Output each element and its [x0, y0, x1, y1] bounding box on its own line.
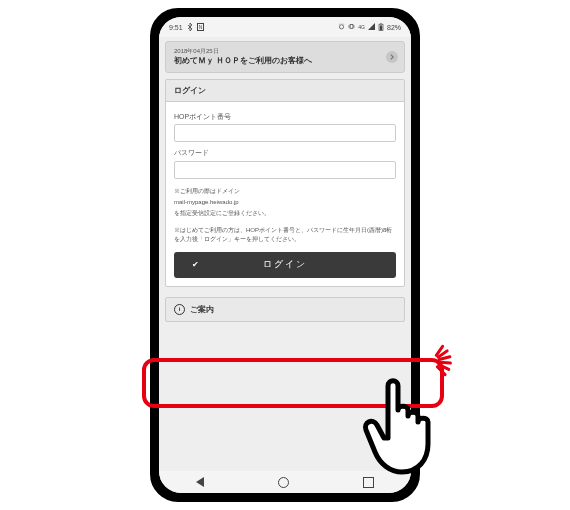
password-label: パスワード [174, 148, 396, 158]
hop-number-input[interactable] [174, 124, 396, 142]
bluetooth-icon [187, 23, 193, 32]
phone-frame: 9:51 N 4G 82% [150, 8, 420, 502]
password-input[interactable] [174, 161, 396, 179]
info-icon: i [174, 304, 185, 315]
vibrate-icon [348, 23, 355, 31]
status-time: 9:51 [169, 24, 183, 31]
first-use-note: ※はじめてご利用の方は、HOPポイント番号と、パスワードに生年月日(西暦)8桁を… [174, 226, 396, 244]
battery-icon [378, 23, 384, 32]
notice-card[interactable]: 2018年04月25日 初めてＭｙ ＨＯＰをご利用のお客様へ [165, 41, 405, 73]
domain-note-1: ※ご利用の際はドメイン [174, 187, 396, 196]
domain-text: mail-mypage.heiwado.jp [174, 198, 396, 207]
svg-rect-1 [350, 24, 353, 28]
chevron-right-icon [386, 51, 398, 63]
check-icon: ✔ [192, 260, 201, 269]
info-title: ご案内 [190, 304, 214, 315]
network-4g-icon: 4G [358, 24, 365, 30]
android-nav-bar [159, 471, 411, 493]
login-button[interactable]: ✔ ログイン [174, 252, 396, 278]
login-header: ログイン [166, 80, 404, 102]
signal-icon [368, 23, 375, 31]
nav-back-button[interactable] [196, 477, 204, 487]
phone-screen: 9:51 N 4G 82% [159, 17, 411, 493]
login-panel: ログイン HOPポイント番号 パスワード ※ご利用の際はドメイン mail-my… [165, 79, 405, 287]
nav-home-button[interactable] [278, 477, 289, 488]
status-bar: 9:51 N 4G 82% [159, 17, 411, 37]
nfc-icon: N [197, 23, 205, 31]
notice-date: 2018年04月25日 [174, 47, 396, 56]
svg-point-0 [340, 25, 344, 29]
info-section-header[interactable]: i ご案内 [165, 297, 405, 322]
domain-note-2: を指定受信設定にご登録ください。 [174, 209, 396, 218]
svg-rect-4 [380, 25, 382, 30]
alarm-icon [338, 23, 345, 31]
login-button-label: ログイン [263, 258, 307, 271]
svg-rect-3 [380, 23, 382, 24]
notice-title: 初めてＭｙ ＨＯＰをご利用のお客様へ [174, 56, 396, 67]
page-content: 2018年04月25日 初めてＭｙ ＨＯＰをご利用のお客様へ ログイン HOPポ… [159, 37, 411, 471]
hop-number-label: HOPポイント番号 [174, 112, 396, 122]
battery-percent: 82% [387, 24, 401, 31]
nav-recent-button[interactable] [363, 477, 374, 488]
